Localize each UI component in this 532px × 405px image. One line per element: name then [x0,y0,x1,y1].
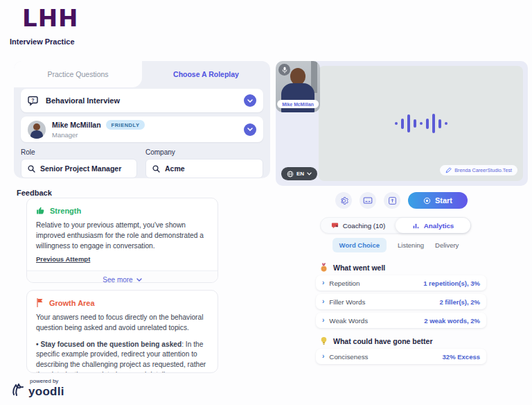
subtab-listening[interactable]: Listening [398,238,424,252]
settings-button[interactable] [335,192,352,209]
growth-area-card: Growth Area Your answers need to focus d… [26,290,218,373]
growth-area-title: Growth Area [49,299,95,307]
video-panel: Brenda CareerStudio.Test Mike McMillan E… [276,61,528,186]
chevron-down-icon [136,278,142,282]
search-icon [152,165,160,173]
metric-value: 2 weak words, 2% [424,317,480,325]
powered-by-label: powered by [30,379,64,384]
strength-card: Strength Relative to your previous attem… [26,198,218,283]
coaching-tab-label: Coaching (10) [343,222,386,230]
tab-choose-a-roleplay[interactable]: Choose A Roleplay [142,61,270,87]
waveform-icon [395,114,447,133]
search-icon [28,165,35,173]
tab-practice-questions[interactable]: Practice Questions [14,61,142,87]
yoodli-logo-icon [11,381,25,397]
start-label: Start [435,196,452,205]
metric-row-filler-words[interactable]: › Filler Words 2 filler(s), 2% [316,294,486,309]
metric-value: 2 filler(s), 2% [439,298,480,306]
see-more-toggle[interactable]: See more [27,270,218,283]
chevron-right-icon: › [322,298,324,305]
upload-icon [388,196,397,205]
flag-icon [36,298,44,307]
gear-icon [339,196,348,205]
chevron-right-icon: › [322,353,324,360]
company-input[interactable]: Acme [145,159,263,178]
roleplay-setup-panel: Practice Questions Choose A Roleplay ? B… [14,61,270,178]
page-title: Interview Practice [10,37,75,46]
strength-title: Strength [50,207,81,215]
metric-label: Conciseness [329,353,437,361]
analytics-tab-label: Analytics [424,222,454,230]
metric-label: Filler Words [329,298,434,306]
lightbulb-icon [320,336,328,346]
subtab-delivery[interactable]: Delivery [435,238,459,252]
persona-subtitle: Manager [52,131,238,139]
went-well-label: What went well [333,264,385,272]
chevron-down-icon [307,172,312,175]
gone-better-label: What could have gone better [333,337,433,345]
went-well-heading: What went well [320,263,385,273]
tab-analytics[interactable]: Analytics [396,218,470,233]
powered-by-yoodli: powered by yoodli [11,379,64,397]
chevron-down-icon[interactable] [244,94,256,107]
results-tab-bar: Coaching (10) Analytics [320,217,471,234]
tab-coaching[interactable]: Coaching (10) [321,218,396,233]
analytics-subtabs: Word Choice Listening Delivery [320,238,471,252]
video-area: Brenda CareerStudio.Test [319,66,523,181]
captions-icon [363,196,373,205]
studio-label: Brenda CareerStudio.Test [454,167,512,173]
analytics-bars-icon [412,222,420,230]
thumbs-up-icon [36,206,45,215]
lhh-logo: LHH [22,4,79,32]
chat-question-icon: ? [28,96,39,106]
interview-practice-page: LHH Interview Practice Practice Question… [0,0,532,405]
participant-name-pill: Mike McMillan [277,100,319,108]
previous-attempt-link[interactable]: Previous Attempt [36,255,90,263]
metric-value: 32% Excess [443,353,480,361]
participant-video-thumbnail: Mike McMillan [276,61,320,112]
metric-row-conciseness[interactable]: › Conciseness 32% Excess [316,349,486,364]
yoodli-wordmark: yoodli [28,386,64,397]
medal-icon [320,263,328,273]
session-controls: Start [335,192,468,209]
company-label: Company [145,148,263,156]
subtab-word-choice[interactable]: Word Choice [332,238,387,252]
globe-icon [287,171,294,178]
language-label: EN [296,171,304,177]
gone-better-heading: What could have gone better [320,336,433,346]
metric-row-repetition[interactable]: › Repetition 1 repetition(s), 3% [316,275,486,291]
studio-label-pill[interactable]: Brenda CareerStudio.Test [440,165,517,175]
upload-button[interactable] [384,192,400,209]
role-label: Role [21,148,137,156]
feedback-heading: Feedback [17,189,52,197]
start-button[interactable]: Start [408,192,468,209]
company-value: Acme [165,164,185,173]
strength-body: Relative to your previous attempt, you'v… [36,221,209,251]
metric-label: Repetition [329,279,418,287]
mic-icon[interactable] [278,64,290,76]
see-more-label: See more [103,276,132,283]
growth-area-bullet: • Stay focused on the question being ask… [36,340,209,373]
persona-name: Mike McMillan [52,121,101,129]
chevron-right-icon: › [322,279,324,286]
chevron-right-icon: › [322,317,324,324]
role-value: Senior Project Manager [40,164,121,173]
metric-label: Weak Words [329,317,419,325]
metric-row-weak-words[interactable]: › Weak Words 2 weak words, 2% [316,313,486,328]
role-input[interactable]: Senior Project Manager [21,159,137,178]
growth-area-body: Your answers need to focus directly on t… [36,313,209,334]
avatar [28,121,46,139]
chevron-down-icon[interactable] [244,123,256,136]
record-icon [423,197,431,205]
persona-selector[interactable]: Mike McMillan FRIENDLY Manager [21,117,263,142]
svg-text:?: ? [31,97,34,102]
metric-value: 1 repetition(s), 3% [423,279,480,287]
roleplay-type-label: Behavioral Interview [46,96,238,105]
language-selector[interactable]: EN [281,167,317,180]
captions-button[interactable] [360,192,376,209]
coaching-icon [331,222,339,230]
friendly-badge: FRIENDLY [106,120,145,130]
pen-icon [445,167,452,173]
roleplay-type-selector[interactable]: ? Behavioral Interview [21,89,263,112]
